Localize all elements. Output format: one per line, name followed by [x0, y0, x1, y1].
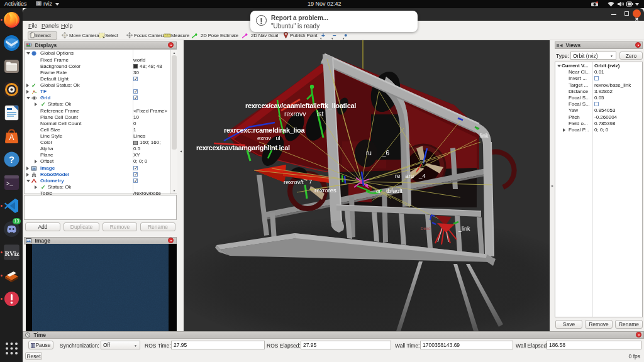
svg-text:>_: >_: [6, 181, 13, 187]
svg-text:_link: _link: [458, 226, 470, 232]
svg-text:rexrcex/cav/caamleftalleftk_li: rexrcex/cav/caamleftalleftk_lioatical: [245, 102, 356, 109]
svg-text:ru: ru: [366, 150, 372, 156]
svg-text:rexrovv ist: rexrovv ist: [284, 110, 324, 118]
svg-text:re aru _4: re aru _4: [395, 172, 426, 179]
svg-text:?: ?: [9, 154, 14, 165]
svg-text:exrov ul: exrov ul: [257, 135, 280, 141]
svg-text:_6: _6: [382, 150, 390, 156]
svg-text:rexrcex/cavtaamgarighlint ical: rexrcex/cavtaamgarighlint ical: [196, 144, 290, 151]
svg-text:dl: dl: [376, 189, 380, 194]
svg-text:A: A: [9, 133, 14, 142]
svg-text:rexrcexc:rcameldirak_lioa: rexrcexc:rcameldirak_lioa: [224, 126, 305, 134]
svg-text:RViz: RViz: [5, 250, 19, 257]
svg-text:rexrores: rexrores: [314, 187, 336, 194]
svg-text:rexrov/t: rexrov/t: [284, 178, 304, 185]
svg-text:R: R: [38, 2, 40, 6]
svg-text:tbfault: tbfault: [386, 187, 402, 194]
svg-text:link: link: [480, 133, 489, 139]
svg-text:Dead: Dead: [421, 226, 431, 231]
svg-text:7: 7: [309, 178, 312, 185]
